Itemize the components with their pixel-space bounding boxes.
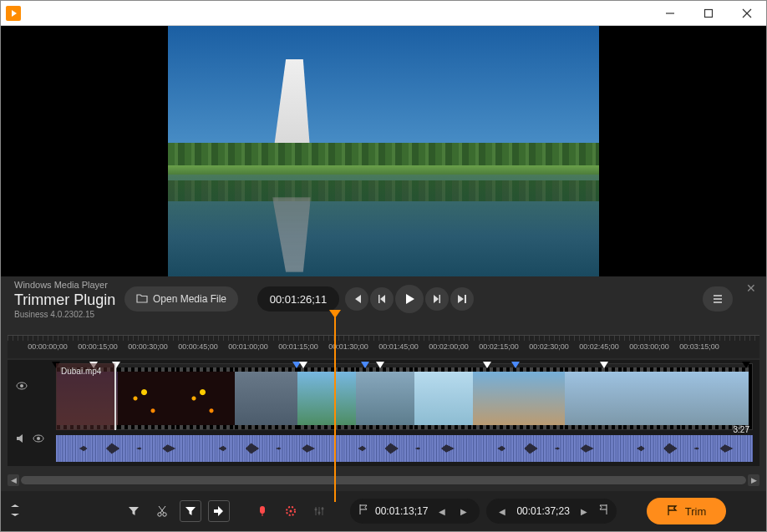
svg-point-21 bbox=[290, 510, 292, 513]
ruler-tick-label: 00:02:00;00 bbox=[429, 342, 469, 351]
out-timecode[interactable]: 00:01:37;23 bbox=[516, 505, 569, 517]
clip-thumbnail[interactable] bbox=[623, 364, 682, 429]
out-nudge-left[interactable]: ◀ bbox=[495, 504, 510, 519]
timecode-value: 00:01:26;11 bbox=[270, 293, 328, 306]
in-point-control: 00:01:13;17 ◀ ▶ bbox=[350, 499, 480, 524]
svg-rect-6 bbox=[465, 295, 466, 303]
ruler-tick-label: 00:00:15;00 bbox=[78, 342, 118, 351]
ruler-tick-label: 00:02:30;00 bbox=[529, 342, 569, 351]
menu-button[interactable] bbox=[703, 286, 733, 312]
in-timecode[interactable]: 00:01:13;17 bbox=[375, 505, 428, 517]
svg-rect-5 bbox=[439, 295, 441, 303]
clip-duration: 3:27 bbox=[734, 425, 749, 434]
ruler-tick-label: 00:00:30;00 bbox=[128, 342, 168, 351]
timeline-marker[interactable] bbox=[483, 362, 491, 368]
clip-filename: Dubai.mp4 bbox=[61, 367, 101, 376]
open-media-label: Open Media File bbox=[153, 293, 226, 305]
cut-icon[interactable] bbox=[151, 500, 173, 522]
svg-point-11 bbox=[20, 384, 23, 388]
ruler-tick-label: 00:02:15;00 bbox=[479, 342, 519, 351]
video-preview[interactable] bbox=[1, 26, 766, 276]
ruler-tick-label: 00:01:15;00 bbox=[278, 342, 318, 351]
svg-point-27 bbox=[322, 508, 324, 510]
ruler-tick-label: 00:00:00;00 bbox=[28, 342, 68, 351]
scrollbar-thumb[interactable] bbox=[21, 476, 746, 484]
timeline-marker[interactable] bbox=[299, 362, 307, 368]
folder-icon bbox=[136, 293, 148, 306]
in-nudge-right[interactable]: ▶ bbox=[456, 504, 471, 519]
out-nudge-right[interactable]: ▶ bbox=[577, 504, 592, 519]
audio-track[interactable] bbox=[56, 435, 753, 462]
ruler-tick-label: 00:01:00;00 bbox=[228, 342, 268, 351]
svg-point-26 bbox=[318, 512, 321, 514]
clip-thumbnail[interactable] bbox=[414, 364, 473, 429]
flag-icon bbox=[598, 504, 608, 519]
scrollbar-track[interactable] bbox=[21, 476, 746, 484]
open-media-button[interactable]: Open Media File bbox=[124, 286, 238, 312]
scroll-left-button[interactable]: ◀ bbox=[8, 474, 19, 486]
editor-panel: Windows Media Player Trimmer Plugin Busi… bbox=[1, 276, 766, 531]
close-button[interactable] bbox=[728, 1, 766, 26]
window-titlebar bbox=[1, 1, 766, 26]
scroll-right-button[interactable]: ▶ bbox=[748, 474, 759, 486]
host-label: Windows Media Player bbox=[14, 280, 108, 290]
step-back-button[interactable] bbox=[370, 287, 394, 311]
timeline-marker[interactable] bbox=[112, 362, 120, 368]
svg-rect-4 bbox=[378, 295, 380, 303]
maximize-button[interactable] bbox=[689, 1, 728, 26]
flag-icon bbox=[667, 504, 678, 519]
goto-end-button[interactable] bbox=[450, 287, 474, 311]
clip-thumbnail[interactable] bbox=[682, 364, 749, 429]
mark-out-icon[interactable] bbox=[208, 500, 230, 522]
clip-thumbnail[interactable] bbox=[235, 364, 297, 429]
clip-thumbnail[interactable] bbox=[565, 364, 623, 429]
settings-icon[interactable] bbox=[280, 500, 302, 522]
in-nudge-left[interactable]: ◀ bbox=[434, 504, 450, 519]
bottom-toolbar: 00:01:13;17 ◀ ▶ ◀ 00:01:37;23 ▶ Trim bbox=[1, 491, 766, 531]
timecode-display[interactable]: 00:01:26;11 bbox=[257, 286, 339, 312]
timeline-scrollbar: ◀ ▶ bbox=[8, 473, 759, 488]
speaker-icon[interactable] bbox=[16, 433, 26, 446]
clip-thumbnail[interactable] bbox=[356, 364, 414, 429]
timeline-marker[interactable] bbox=[511, 362, 520, 368]
mark-in-icon[interactable] bbox=[180, 500, 201, 522]
transport-controls bbox=[345, 286, 474, 312]
svg-rect-18 bbox=[260, 506, 265, 514]
ruler-tick-label: 00:00:45;00 bbox=[178, 342, 218, 351]
clip-thumbnail[interactable] bbox=[118, 364, 176, 429]
timeline-marker[interactable] bbox=[600, 362, 608, 368]
eye-icon[interactable] bbox=[16, 381, 28, 393]
trim-label: Trim bbox=[685, 505, 707, 518]
clip-thumbnail[interactable] bbox=[297, 364, 356, 429]
collapse-toggle[interactable] bbox=[11, 504, 26, 519]
eye-icon[interactable] bbox=[33, 433, 44, 445]
trim-button[interactable]: Trim bbox=[647, 498, 727, 524]
clip-thumbnail[interactable] bbox=[473, 364, 565, 429]
svg-point-13 bbox=[37, 437, 40, 440]
step-forward-button[interactable] bbox=[425, 287, 449, 311]
plugin-version: Business 4.0.2302.15 bbox=[14, 310, 94, 319]
timeline-marker[interactable] bbox=[376, 362, 384, 368]
video-track[interactable] bbox=[56, 363, 753, 430]
goto-start-button[interactable] bbox=[345, 287, 368, 311]
clip-thumbnail[interactable] bbox=[176, 364, 235, 429]
timeline-marker[interactable] bbox=[742, 362, 750, 368]
filter-icon[interactable] bbox=[123, 500, 145, 522]
ruler-tick-label: 00:02:45;00 bbox=[579, 342, 619, 351]
time-ruler[interactable]: 00:00:00;0000:00:15;0000:00:30;0000:00:4… bbox=[8, 335, 759, 358]
svg-point-14 bbox=[158, 513, 161, 516]
svg-point-15 bbox=[163, 513, 166, 516]
close-panel-button[interactable]: ✕ bbox=[746, 281, 756, 295]
record-icon[interactable] bbox=[251, 500, 273, 522]
timeline-marker[interactable] bbox=[361, 362, 369, 368]
svg-point-25 bbox=[315, 509, 317, 511]
ruler-tick-label: 00:03:00;00 bbox=[629, 342, 669, 351]
minimize-button[interactable] bbox=[651, 1, 689, 26]
svg-rect-1 bbox=[705, 9, 713, 17]
timeline-marker[interactable] bbox=[52, 362, 60, 368]
sliders-icon[interactable] bbox=[308, 500, 330, 522]
app-icon bbox=[6, 6, 21, 21]
ruler-tick-label: 00:01:30;00 bbox=[328, 342, 368, 351]
play-button[interactable] bbox=[395, 285, 424, 313]
ruler-tick-label: 00:03:15;00 bbox=[679, 342, 719, 351]
